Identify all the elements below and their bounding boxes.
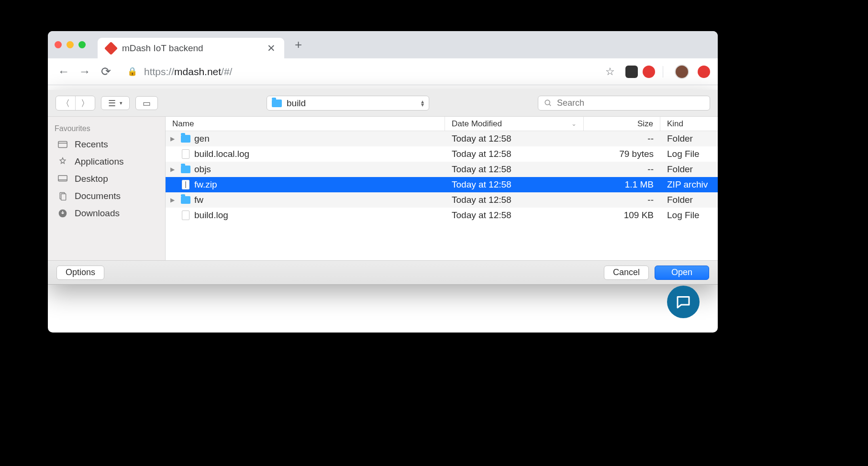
close-tab-button[interactable]: ✕	[267, 43, 276, 54]
nav-back-button[interactable]: 〈	[56, 96, 76, 110]
sidebar-item-label: Recents	[75, 139, 108, 150]
sidebar-item-label: Desktop	[75, 174, 108, 184]
minimize-window-button[interactable]	[67, 41, 74, 48]
file-size: 79 bytes	[584, 149, 660, 159]
sidebar-item-downloads[interactable]: Downloads	[48, 205, 165, 222]
dialog-toolbar: 〈 〉 ☰ ▾ ▭ build ▴▾	[48, 90, 718, 116]
svg-point-0	[545, 100, 550, 105]
extension-pocket-icon[interactable]	[625, 66, 638, 78]
nav-forward-button[interactable]: 〉	[76, 96, 95, 110]
file-kind: Folder	[660, 164, 718, 175]
sidebar-item-documents[interactable]: Documents	[48, 188, 165, 205]
sidebar-item-desktop[interactable]: Desktop	[48, 170, 165, 188]
url-scheme: https://	[144, 66, 174, 77]
document-icon	[182, 211, 189, 220]
url-host: mdash.net	[174, 66, 221, 77]
file-date: Today at 12:58	[445, 164, 584, 175]
file-size: --	[584, 195, 660, 205]
sort-chevron-icon: ⌄	[571, 120, 577, 127]
file-kind: Folder	[660, 133, 718, 144]
reload-button[interactable]: ⟳	[98, 64, 114, 80]
zip-file-icon	[182, 180, 189, 189]
nav-arrows-group: 〈 〉	[56, 96, 95, 111]
file-size: --	[584, 133, 660, 144]
chat-widget-button[interactable]	[667, 286, 700, 318]
file-kind: Folder	[660, 195, 718, 205]
document-icon	[182, 149, 189, 159]
chat-icon	[675, 293, 692, 311]
sidebar-item-label: Applications	[75, 156, 123, 167]
file-kind: Log File	[660, 210, 718, 221]
column-name-header[interactable]: Name	[166, 117, 445, 131]
browser-tab[interactable]: mDash IoT backend ✕	[98, 38, 284, 58]
view-mode-button[interactable]: ☰ ▾	[101, 96, 130, 110]
folder-icon	[272, 100, 282, 107]
column-headers: Name Date Modified ⌄ Size Kind	[166, 117, 718, 131]
sidebar-item-recents[interactable]: Recents	[48, 136, 165, 153]
back-button[interactable]: ←	[56, 64, 72, 80]
bookmark-star-icon[interactable]: ☆	[605, 66, 615, 78]
column-kind-header[interactable]: Kind	[660, 117, 718, 131]
file-row[interactable]: ▶genToday at 12:58--Folder	[166, 131, 718, 146]
close-window-button[interactable]	[55, 41, 62, 48]
sidebar-item-label: Documents	[75, 191, 121, 201]
options-button[interactable]: Options	[56, 266, 104, 280]
file-date: Today at 12:58	[445, 195, 584, 205]
file-name: build.local.log	[194, 149, 249, 159]
column-size-header[interactable]: Size	[584, 117, 660, 131]
file-size: 109 KB	[584, 210, 660, 221]
extension-update-icon[interactable]	[698, 66, 710, 78]
file-name: gen	[194, 133, 210, 144]
location-dropdown[interactable]: build ▴▾	[267, 96, 429, 111]
list-view-icon: ☰	[108, 98, 116, 109]
profile-avatar[interactable]	[675, 65, 689, 79]
dialog-search[interactable]	[538, 96, 710, 111]
dialog-sidebar: Favourites RecentsApplicationsDesktopDoc…	[48, 117, 166, 260]
column-date-header[interactable]: Date Modified ⌄	[445, 117, 584, 131]
file-date: Today at 12:58	[445, 179, 584, 190]
updown-chevron-icon: ▴▾	[421, 100, 424, 107]
group-by-button[interactable]: ▭	[135, 96, 158, 110]
chevron-down-icon: ▾	[120, 100, 122, 106]
disclosure-triangle-icon[interactable]: ▶	[170, 197, 177, 203]
search-input[interactable]	[557, 98, 704, 108]
folder-icon	[181, 196, 190, 204]
file-name: fw	[194, 195, 203, 205]
file-size: --	[584, 164, 660, 175]
cancel-button[interactable]: Cancel	[604, 266, 649, 280]
file-date: Today at 12:58	[445, 133, 584, 144]
file-row[interactable]: build.local.logToday at 12:5879 bytesLog…	[166, 146, 718, 162]
file-row[interactable]: fw.zipToday at 12:581.1 MBZIP archiv	[166, 177, 718, 192]
location-label: build	[287, 98, 416, 109]
svg-rect-2	[58, 142, 67, 148]
search-icon	[544, 99, 552, 107]
disclosure-triangle-icon[interactable]: ▶	[170, 166, 177, 173]
address-bar[interactable]: 🔒 https://mdash.net/#/	[127, 66, 601, 78]
folder-outline-icon: ▭	[143, 98, 151, 109]
applications-icon	[57, 157, 68, 166]
file-list: Name Date Modified ⌄ Size Kind ▶genToday…	[166, 117, 718, 260]
folder-icon	[181, 166, 190, 173]
file-date: Today at 12:58	[445, 210, 584, 221]
file-row[interactable]: build.logToday at 12:58109 KBLog File	[166, 208, 718, 223]
browser-titlebar: mDash IoT backend ✕ +	[48, 31, 718, 58]
file-name: build.log	[194, 210, 228, 221]
extension-adblock-icon[interactable]	[643, 66, 655, 78]
forward-button[interactable]: →	[77, 64, 93, 80]
file-kind: ZIP archiv	[660, 179, 718, 190]
new-tab-button[interactable]: +	[284, 37, 302, 52]
open-button[interactable]: Open	[655, 266, 709, 280]
sidebar-item-label: Downloads	[75, 208, 120, 219]
disclosure-triangle-icon[interactable]: ▶	[170, 135, 177, 142]
downloads-icon	[57, 209, 68, 218]
file-row[interactable]: ▶fwToday at 12:58--Folder	[166, 192, 718, 208]
tab-favicon-icon	[104, 41, 118, 55]
toolbar-divider	[663, 66, 663, 78]
sidebar-header: Favourites	[48, 122, 165, 136]
maximize-window-button[interactable]	[78, 41, 86, 48]
svg-rect-7	[61, 194, 66, 200]
sidebar-item-applications[interactable]: Applications	[48, 153, 165, 170]
url-text: https://mdash.net/#/	[144, 66, 232, 78]
window-controls	[55, 41, 98, 48]
file-row[interactable]: ▶objsToday at 12:58--Folder	[166, 162, 718, 177]
